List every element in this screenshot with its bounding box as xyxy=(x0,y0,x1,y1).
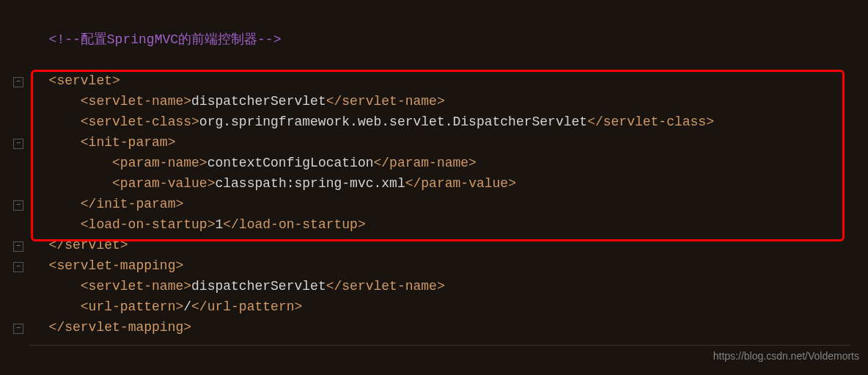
xml-tag: </param-name> xyxy=(374,156,477,170)
code-line: <url-pattern>/</url-pattern> xyxy=(33,296,868,317)
xml-tag: <param-value> xyxy=(112,176,215,191)
xml-tag: </servlet-name> xyxy=(326,279,445,294)
code-line: <param-value>classpath:spring-mvc.xml</p… xyxy=(33,173,868,194)
code-line: <init-param> xyxy=(33,132,868,153)
xml-comment: <!--配置SpringMVC的前端控制器--> xyxy=(49,32,282,47)
code-line: <servlet-name>dispatcherServlet</servlet… xyxy=(33,91,868,112)
xml-tag: <servlet-class> xyxy=(81,114,199,129)
xml-tag: <param-name> xyxy=(112,156,207,170)
code-line: <!--配置SpringMVC的前端控制器--> xyxy=(33,29,868,50)
code-line xyxy=(33,50,868,70)
xml-tag: <servlet> xyxy=(49,73,120,88)
xml-text: dispatcherServlet xyxy=(191,279,326,294)
code-editor[interactable]: <!--配置SpringMVC的前端控制器--> <servlet> <serv… xyxy=(0,0,868,338)
xml-tag: </init-param> xyxy=(81,197,183,211)
xml-tag: <servlet-name> xyxy=(81,279,191,294)
xml-tag: <init-param> xyxy=(81,135,176,150)
xml-tag: </load-on-startup> xyxy=(223,217,365,232)
code-line: <param-name>contextConfigLocation</param… xyxy=(33,153,868,173)
xml-text: / xyxy=(183,299,191,314)
xml-text: classpath:spring-mvc.xml xyxy=(215,176,405,191)
xml-tag: <url-pattern> xyxy=(81,299,183,314)
xml-tag: </servlet-name> xyxy=(326,94,445,109)
code-line: <servlet-mapping> xyxy=(33,255,868,276)
xml-text: contextConfigLocation xyxy=(207,156,374,170)
code-line: </servlet-mapping> xyxy=(33,317,868,338)
code-line: <servlet> xyxy=(33,70,868,91)
xml-tag: <servlet-mapping> xyxy=(49,258,184,273)
xml-text: dispatcherServlet xyxy=(191,94,326,109)
xml-tag: </servlet> xyxy=(49,238,128,252)
code-line: </servlet> xyxy=(33,235,868,255)
xml-tag: </servlet-class> xyxy=(587,114,714,129)
code-line: <servlet-class>org.springframework.web.s… xyxy=(33,112,868,132)
xml-text: org.springframework.web.servlet.Dispatch… xyxy=(199,114,587,129)
code-line: </init-param> xyxy=(33,194,868,214)
xml-tag: <servlet-name> xyxy=(81,94,191,109)
watermark: https://blog.csdn.net/Voldemorts xyxy=(713,346,859,366)
xml-text: 1 xyxy=(215,217,223,232)
code-line: <load-on-startup>1</load-on-startup> xyxy=(33,214,868,235)
xml-tag: </param-value> xyxy=(405,176,516,191)
code-line: <servlet-name>dispatcherServlet</servlet… xyxy=(33,276,868,296)
xml-tag: </servlet-mapping> xyxy=(49,320,191,335)
xml-tag: </url-pattern> xyxy=(191,299,302,314)
xml-tag: <load-on-startup> xyxy=(81,217,216,232)
